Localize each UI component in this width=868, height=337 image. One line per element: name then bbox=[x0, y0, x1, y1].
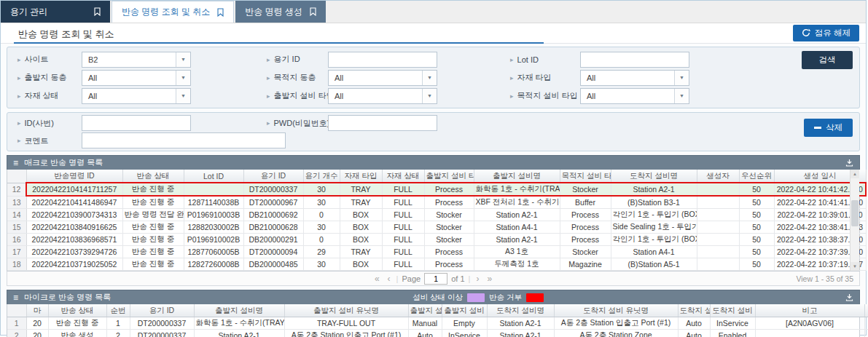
grid-cell[interactable]: InService bbox=[442, 330, 487, 337]
grid-cell[interactable]: DT200000094 bbox=[243, 246, 303, 258]
filter-select[interactable]: B2▼ bbox=[82, 52, 191, 68]
grid-cell[interactable]: Enabled bbox=[710, 330, 755, 337]
grid-cell[interactable]: Magazine bbox=[560, 258, 611, 271]
column-header[interactable]: 자재 상태 bbox=[382, 170, 424, 183]
column-header[interactable]: 생성자 bbox=[697, 170, 739, 183]
grid-cell[interactable]: FULL bbox=[382, 258, 424, 271]
filter-select[interactable]: All▼ bbox=[82, 70, 191, 86]
column-header[interactable]: 반송명령 ID bbox=[26, 170, 122, 183]
column-header[interactable]: 도착지 설비 유닛명 bbox=[554, 304, 678, 317]
grid-cell[interactable]: Station A2-1 bbox=[611, 183, 697, 196]
row-number-cell[interactable]: 13 bbox=[7, 196, 26, 209]
grid-cell[interactable]: Auto bbox=[408, 330, 442, 337]
grid-cell[interactable]: 50 bbox=[739, 183, 774, 196]
grid-cell[interactable]: Auto bbox=[678, 317, 710, 330]
grid-cell[interactable]: FULL bbox=[382, 196, 424, 209]
grid-cell[interactable]: Station A2-1 bbox=[194, 330, 284, 337]
grid-cell[interactable]: 50 bbox=[739, 246, 774, 258]
column-header[interactable]: 도착지 설비명 bbox=[487, 304, 554, 317]
grid-cell[interactable]: DB210000628 bbox=[243, 221, 303, 234]
grid-cell[interactable] bbox=[697, 183, 739, 196]
grid-cell[interactable]: 화학동 1호 - 수취기(TRAY bbox=[194, 317, 284, 330]
column-header[interactable]: 마 bbox=[26, 304, 48, 317]
row-number-cell[interactable]: 18 bbox=[7, 258, 26, 271]
delete-button[interactable]: 삭제 bbox=[804, 119, 853, 137]
grid-cell[interactable]: FULL bbox=[382, 246, 424, 258]
grid-cell[interactable]: Stocker bbox=[424, 221, 474, 234]
grid-cell[interactable]: 20220422104141486947 bbox=[26, 196, 122, 209]
vertical-scrollbar[interactable]: ▲ ▼ bbox=[850, 170, 859, 271]
text-input[interactable] bbox=[328, 115, 437, 131]
grid-cell[interactable]: 반송 진행 중 bbox=[48, 317, 106, 330]
grid-cell[interactable]: Auto bbox=[678, 330, 710, 337]
grid-cell[interactable]: 30 bbox=[303, 221, 340, 234]
column-header[interactable]: 반송 상태 bbox=[48, 304, 106, 317]
tab-transport-order-create[interactable]: 반송 명령 생성 bbox=[235, 1, 326, 23]
grid-cell[interactable]: 반송 진행 중 bbox=[122, 183, 184, 196]
row-number-cell[interactable]: 15 bbox=[7, 221, 26, 234]
row-number-cell[interactable]: 14 bbox=[7, 209, 26, 221]
grid-cell[interactable]: 반송 진행 중 bbox=[122, 258, 184, 271]
grid-cell[interactable]: InService bbox=[710, 317, 755, 330]
grid-cell[interactable]: 0 bbox=[303, 234, 340, 246]
grid-cell[interactable]: 반송 진행 중 bbox=[122, 234, 184, 246]
release-occupancy-button[interactable]: 점유 해제 bbox=[793, 25, 859, 41]
grid-cell[interactable]: FULL bbox=[382, 209, 424, 221]
grid-cell[interactable]: P0196910002B bbox=[184, 234, 243, 246]
grid-cell[interactable]: A동 2층 Station 입출고 Port (#1) bbox=[284, 330, 408, 337]
column-header[interactable]: 이벤트 명 bbox=[864, 304, 868, 317]
grid-cell[interactable]: 두께측정 1호 bbox=[474, 258, 560, 271]
column-header[interactable]: 출발지 설비 bbox=[442, 304, 487, 317]
grid-cell[interactable]: 20220422103900734313 bbox=[26, 209, 122, 221]
grid-cell[interactable]: 반송 진행 중 bbox=[122, 196, 184, 209]
grid-cell[interactable] bbox=[697, 258, 739, 271]
grid-cell[interactable]: Station A2-1 bbox=[474, 209, 560, 221]
grid-cell[interactable]: (B)Station A5-1 bbox=[611, 258, 697, 271]
grid-cell[interactable] bbox=[697, 196, 739, 209]
grid-cell[interactable]: DB200000291 bbox=[243, 234, 303, 246]
grid-cell[interactable] bbox=[864, 330, 868, 337]
column-header[interactable]: 출발지 설 bbox=[408, 304, 442, 317]
column-header[interactable]: 용기 ID bbox=[130, 304, 194, 317]
scroll-down-button[interactable]: ▼ bbox=[851, 262, 859, 271]
grid-cell[interactable]: 12877060005B bbox=[184, 246, 243, 258]
first-page-button[interactable]: « bbox=[372, 274, 382, 283]
grid-cell[interactable]: 50 bbox=[739, 221, 774, 234]
grid-cell[interactable]: 50 bbox=[739, 258, 774, 271]
filter-select[interactable]: All▼ bbox=[580, 70, 689, 86]
grid-cell[interactable]: 20220422103719025052 bbox=[26, 258, 122, 271]
grid-cell[interactable]: Process bbox=[560, 221, 611, 234]
grid-cell[interactable]: Stocker bbox=[560, 183, 611, 196]
page-input[interactable] bbox=[424, 273, 447, 285]
tab-container-management[interactable]: 용기 관리 bbox=[1, 1, 110, 23]
grid-cell[interactable]: DT200000337 bbox=[130, 330, 194, 337]
grid-cell[interactable]: 20220422103840916625 bbox=[26, 221, 122, 234]
row-number-cell[interactable]: 17 bbox=[7, 246, 26, 258]
scroll-up-button[interactable]: ▲ bbox=[851, 170, 859, 178]
column-header[interactable]: 우선순위 bbox=[739, 170, 774, 183]
grid-cell[interactable]: Station A4-1 bbox=[611, 246, 697, 258]
grid-cell[interactable]: XBF 전처리 1호 - 수취기(TR bbox=[474, 196, 560, 209]
grid-cell[interactable]: 반송 진행 중 bbox=[122, 221, 184, 234]
grid-cell[interactable]: 29 bbox=[303, 246, 340, 258]
row-number-cell[interactable]: 16 bbox=[7, 234, 26, 246]
grid-cell[interactable]: Station A4-1 bbox=[474, 221, 560, 234]
text-input[interactable] bbox=[328, 52, 437, 68]
grid-cell[interactable]: BOX bbox=[340, 221, 382, 234]
grid-cell[interactable]: Station A2-1 bbox=[487, 317, 554, 330]
column-header[interactable]: 자재 타입 bbox=[340, 170, 382, 183]
grid-cell[interactable] bbox=[184, 183, 243, 196]
bookmark-icon[interactable] bbox=[94, 7, 101, 16]
grid-cell[interactable]: 30 bbox=[303, 196, 340, 209]
grid-cell[interactable]: 반송 생성 bbox=[48, 330, 106, 337]
grid-cell[interactable]: FULL bbox=[382, 234, 424, 246]
row-number-cell[interactable]: 1 bbox=[7, 317, 26, 330]
grid-cell[interactable]: Manual bbox=[408, 317, 442, 330]
grid-cell[interactable]: FULL bbox=[382, 221, 424, 234]
filter-select[interactable]: All▼ bbox=[580, 88, 689, 104]
grid-cell[interactable]: Stocker bbox=[424, 209, 474, 221]
grid-cell[interactable]: 20 bbox=[26, 317, 48, 330]
column-header[interactable]: 출발지 설비 유닛명 bbox=[284, 304, 408, 317]
grid-cell[interactable]: Process bbox=[424, 183, 474, 196]
bookmark-icon[interactable] bbox=[217, 8, 224, 17]
